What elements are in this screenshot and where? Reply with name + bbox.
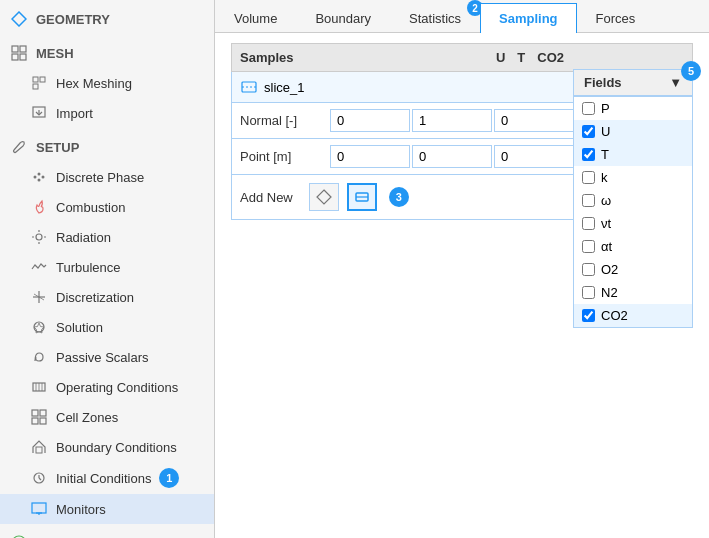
sidebar-item-monitors[interactable]: Monitors — [0, 494, 214, 524]
field-checkbox-k[interactable] — [582, 171, 595, 184]
radiation-label: Radiation — [56, 230, 111, 245]
field-checkbox-n2[interactable] — [582, 286, 595, 299]
field-item-omega[interactable]: ω — [574, 189, 692, 212]
field-checkbox-t[interactable] — [582, 148, 595, 161]
sidebar-item-combustion[interactable]: Combustion — [0, 192, 214, 222]
field-item-k[interactable]: k — [574, 166, 692, 189]
field-label-omega: ω — [601, 193, 611, 208]
hex-meshing-label: Hex Meshing — [56, 76, 132, 91]
import-label: Import — [56, 106, 93, 121]
sidebar-item-radiation[interactable]: Radiation — [0, 222, 214, 252]
svg-marker-0 — [12, 12, 26, 26]
hex-mesh-icon — [30, 74, 48, 92]
monitors-label: Monitors — [56, 502, 106, 517]
combustion-label: Combustion — [56, 200, 125, 215]
boundary-conditions-label: Boundary Conditions — [56, 440, 177, 455]
field-checkbox-u[interactable] — [582, 125, 595, 138]
point-z-input[interactable] — [494, 145, 574, 168]
field-label-n2: N2 — [601, 285, 618, 300]
initial-conditions-icon — [30, 469, 48, 487]
sidebar-item-mesh[interactable]: MESH — [0, 38, 214, 68]
svg-rect-1 — [12, 46, 18, 52]
boundary-conditions-icon — [30, 438, 48, 456]
monitors-icon — [30, 500, 48, 518]
field-item-u[interactable]: U — [574, 120, 692, 143]
sidebar-item-operating-conditions[interactable]: Operating Conditions — [0, 372, 214, 402]
diamond-icon — [10, 10, 28, 28]
sidebar-item-cell-zones[interactable]: Cell Zones — [0, 402, 214, 432]
svg-rect-29 — [32, 418, 38, 424]
fields-menu: P U T k ω — [573, 96, 693, 328]
point-x-input[interactable] — [330, 145, 410, 168]
normal-y-input[interactable] — [412, 109, 492, 132]
field-checkbox-o2[interactable] — [582, 263, 595, 276]
svg-rect-40 — [242, 82, 256, 92]
mesh-icon — [10, 44, 28, 62]
field-item-co2[interactable]: CO2 — [574, 304, 692, 327]
sidebar-item-import[interactable]: Import — [0, 98, 214, 128]
tab-statistics[interactable]: Statistics 2 — [390, 3, 480, 33]
fields-dropdown: Fields ▼ 5 P U T k — [573, 69, 693, 96]
slice-icon — [240, 78, 258, 96]
field-item-at[interactable]: αt — [574, 235, 692, 258]
field-item-n2[interactable]: N2 — [574, 281, 692, 304]
content-area: Samples U T CO2 slice_1 4 Normal [-] — [215, 33, 709, 538]
tab-sampling[interactable]: Sampling — [480, 3, 577, 33]
field-checkbox-co2[interactable] — [582, 309, 595, 322]
svg-marker-42 — [317, 190, 331, 204]
fields-button[interactable]: Fields ▼ — [573, 69, 693, 96]
flag-co2: CO2 — [537, 50, 564, 65]
tab-forces[interactable]: Forces — [577, 3, 655, 33]
discretization-label: Discretization — [56, 290, 134, 305]
wrench-icon — [10, 138, 28, 156]
discretization-icon — [30, 288, 48, 306]
sidebar-item-passive-scalars[interactable]: Passive Scalars — [0, 342, 214, 372]
flag-t: T — [517, 50, 525, 65]
svg-rect-35 — [32, 503, 46, 513]
add-plane-button[interactable] — [309, 183, 339, 211]
sidebar-item-setup[interactable]: SETUP — [0, 132, 214, 162]
solution-icon — [30, 318, 48, 336]
field-checkbox-p[interactable] — [582, 102, 595, 115]
sidebar-item-discrete-phase[interactable]: Discrete Phase — [0, 162, 214, 192]
field-checkbox-at[interactable] — [582, 240, 595, 253]
svg-point-14 — [36, 234, 42, 240]
sidebar-item-initial-conditions[interactable]: Initial Conditions 1 — [0, 462, 214, 494]
discrete-phase-icon — [30, 168, 48, 186]
field-item-o2[interactable]: O2 — [574, 258, 692, 281]
main-content: Volume Boundary Statistics 2 Sampling Fo… — [215, 0, 709, 538]
point-y-input[interactable] — [412, 145, 492, 168]
fields-label: Fields — [584, 75, 622, 90]
sidebar-item-run[interactable]: RUN — [0, 528, 214, 538]
svg-point-11 — [38, 173, 41, 176]
normal-x-input[interactable] — [330, 109, 410, 132]
combustion-icon — [30, 198, 48, 216]
field-item-vt[interactable]: νt — [574, 212, 692, 235]
sidebar-item-solution[interactable]: Solution — [0, 312, 214, 342]
field-checkbox-vt[interactable] — [582, 217, 595, 230]
field-item-t[interactable]: T — [574, 143, 692, 166]
tab-boundary[interactable]: Boundary — [296, 3, 390, 33]
sidebar-item-boundary-conditions[interactable]: Boundary Conditions — [0, 432, 214, 462]
field-label-o2: O2 — [601, 262, 618, 277]
cell-zones-icon — [30, 408, 48, 426]
sidebar: GEOMETRY MESH Hex Meshing Import SETUP D… — [0, 0, 215, 538]
field-label-t: T — [601, 147, 609, 162]
discrete-phase-label: Discrete Phase — [56, 170, 144, 185]
fields-badge: 5 — [681, 61, 701, 81]
field-checkbox-omega[interactable] — [582, 194, 595, 207]
field-label-co2: CO2 — [601, 308, 628, 323]
normal-label: Normal [-] — [240, 113, 330, 128]
sidebar-item-geometry[interactable]: GEOMETRY — [0, 4, 214, 34]
tab-volume[interactable]: Volume — [215, 3, 296, 33]
sidebar-item-discretization[interactable]: Discretization — [0, 282, 214, 312]
turbulence-label: Turbulence — [56, 260, 121, 275]
operating-conditions-label: Operating Conditions — [56, 380, 178, 395]
sidebar-item-turbulence[interactable]: Turbulence — [0, 252, 214, 282]
sidebar-item-hex-meshing[interactable]: Hex Meshing — [0, 68, 214, 98]
field-item-p[interactable]: P — [574, 97, 692, 120]
add-slice-button[interactable] — [347, 183, 377, 211]
add-new-label: Add New — [240, 190, 293, 205]
chevron-down-icon: ▼ — [669, 75, 682, 90]
normal-z-input[interactable] — [494, 109, 574, 132]
